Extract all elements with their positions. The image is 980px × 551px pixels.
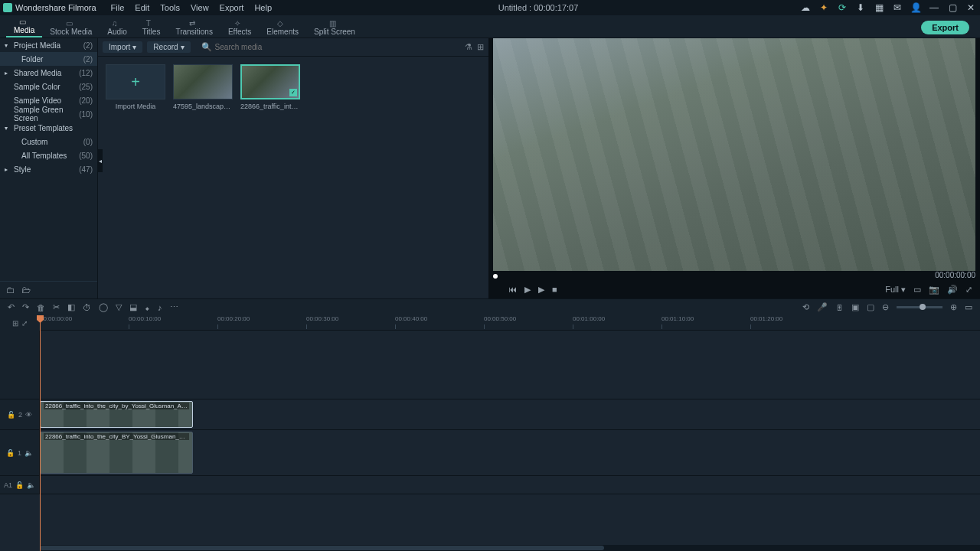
sparkle-icon[interactable]: ✦	[818, 2, 830, 14]
delete-icon[interactable]: 🗑	[37, 303, 45, 312]
playhead[interactable]	[40, 315, 41, 551]
collapse-sidebar-handle[interactable]: ◂	[98, 149, 103, 172]
track-mute-icon[interactable]: 🔈	[27, 481, 35, 489]
sidebar-item-shared-media[interactable]: ▸Shared Media(12)	[0, 66, 97, 80]
timeline-scrollbar[interactable]	[40, 545, 980, 551]
sidebar-item-custom[interactable]: Custom(0)	[0, 135, 97, 148]
sidebar-item-all-templates[interactable]: All Templates(50)	[0, 148, 97, 162]
cloud-icon[interactable]: ☁	[799, 2, 812, 14]
video-track-2[interactable]: 🔓 2 👁 22866_traffic_into_the_city_by_Yos…	[0, 399, 980, 430]
color-icon[interactable]: ◯	[99, 302, 108, 312]
preview-scrubber[interactable]: 00:00:00:00	[493, 272, 975, 280]
fullscreen-icon[interactable]: ⤢	[965, 285, 972, 295]
sidebar-item-sample-color[interactable]: Sample Color(25)	[0, 80, 97, 93]
folder-icon[interactable]: 🗁	[21, 285, 31, 295]
zoom-out-icon[interactable]: ⊖	[882, 302, 889, 312]
tab-label: Media	[14, 26, 34, 34]
grid-view-icon[interactable]: ⊞	[477, 42, 484, 52]
timeline-clip[interactable]: 22866_traffic_into_the_city_BY_Yossi_Glu…	[40, 432, 193, 474]
tab-elements[interactable]: ◇Elements	[259, 18, 306, 37]
menu-file[interactable]: File	[106, 2, 130, 14]
redo-icon[interactable]: ↷	[22, 302, 29, 312]
snap-icon[interactable]: ▢	[867, 302, 874, 312]
next-frame-icon[interactable]: ▶	[538, 285, 544, 295]
play-icon[interactable]: ▶	[524, 285, 531, 295]
import-media-tile[interactable]: + Import Media	[106, 64, 165, 110]
quality-dropdown[interactable]: Full ▾	[885, 285, 906, 295]
import-button[interactable]: Import▾	[103, 41, 142, 53]
greenscreen-icon[interactable]: ▽	[116, 302, 122, 312]
track-visible-icon[interactable]: 👁	[25, 411, 32, 419]
search-input[interactable]	[215, 43, 307, 51]
marker-add-icon[interactable]: ▣	[851, 302, 859, 312]
menu-view[interactable]: View	[185, 2, 214, 14]
sidebar-item-project-media[interactable]: ▾Project Media(2)	[0, 38, 97, 52]
render-icon[interactable]: ⟲	[802, 302, 809, 312]
video-track-1[interactable]: 🔓 1 🔈 22866_traffic_into_the_city_BY_Yos…	[0, 430, 980, 476]
media-label: Import Media	[106, 103, 165, 110]
keyframe-icon[interactable]: ⬥	[145, 303, 150, 312]
tab-transitions[interactable]: ⇄Transitions	[168, 18, 220, 37]
timeline-clip[interactable]: 22866_traffic_into_the_city_by_Yossi_Glu…	[40, 401, 193, 428]
voiceover-icon[interactable]: 🎤	[817, 302, 828, 312]
sidebar-item-preset-templates[interactable]: ▾Preset Templates	[0, 121, 97, 135]
zoom-slider[interactable]	[897, 306, 942, 308]
mixer-icon[interactable]: 🎚	[835, 303, 844, 312]
mail-icon[interactable]: ✉	[891, 2, 903, 14]
record-button[interactable]: Record▾	[147, 41, 190, 53]
track-mute-icon[interactable]: 🔈	[24, 449, 33, 457]
zoom-in-icon[interactable]: ⊕	[950, 302, 957, 312]
grid-icon[interactable]: ▦	[873, 2, 885, 14]
volume-icon[interactable]: 🔊	[947, 285, 958, 295]
media-clip[interactable]: ✓ 22866_traffic_into_th...	[240, 64, 300, 110]
detach-audio-icon[interactable]: ♪	[158, 303, 162, 312]
preview-viewport[interactable]	[493, 38, 975, 271]
track-lock-icon[interactable]: 🔓	[7, 411, 15, 419]
sidebar-item-sample-green-screen[interactable]: Sample Green Screen(10)	[0, 107, 97, 121]
filter-icon[interactable]: ⚗	[465, 42, 472, 52]
track-lock-icon[interactable]: 🔓	[15, 481, 24, 489]
snapshot-icon[interactable]: 📷	[929, 285, 939, 295]
scrollbar-thumb[interactable]	[40, 546, 604, 550]
menu-edit[interactable]: Edit	[129, 2, 155, 14]
tab-audio[interactable]: ♫Audio	[100, 18, 135, 37]
tab-media[interactable]: ▭Media	[6, 16, 42, 37]
crop-icon[interactable]: ◧	[67, 302, 75, 312]
sidebar-item-folder[interactable]: Folder(2)	[0, 52, 97, 66]
prev-frame-icon[interactable]: ⏮	[508, 285, 517, 295]
time-ruler[interactable]: 00:00:00:00 00:00:10:00 00:00:20:00 00:0…	[40, 315, 980, 331]
speed-icon[interactable]: ⏱	[83, 303, 91, 312]
tab-stock-media[interactable]: ▭Stock Media	[42, 18, 100, 37]
user-icon[interactable]: 👤	[910, 2, 922, 14]
tab-titles[interactable]: TTitles	[135, 18, 168, 37]
download-icon[interactable]: ⬇	[854, 2, 867, 14]
undo-icon[interactable]: ↶	[8, 302, 15, 312]
scrubber-handle[interactable]	[493, 274, 498, 279]
tab-effects[interactable]: ✧Effects	[220, 18, 259, 37]
menu-export[interactable]: Export	[214, 2, 250, 14]
more-icon[interactable]: ⋯	[170, 302, 178, 312]
fit-icon[interactable]: ▭	[965, 302, 972, 312]
close-icon[interactable]: ✕	[965, 2, 977, 14]
menu-help[interactable]: Help	[249, 2, 277, 14]
search-box[interactable]: 🔍	[201, 42, 460, 52]
zoom-knob[interactable]	[920, 304, 926, 310]
media-clip[interactable]: 47595_landscape_of_...	[173, 64, 233, 110]
maximize-icon[interactable]: ▢	[946, 2, 959, 14]
mark-icon[interactable]: ⬓	[129, 302, 137, 312]
refresh-icon[interactable]: ⟳	[836, 2, 848, 14]
new-folder-icon[interactable]: 🗀	[6, 285, 15, 295]
split-icon[interactable]: ✂	[53, 302, 60, 312]
track-lock-icon[interactable]: 🔓	[6, 449, 15, 457]
minimize-icon[interactable]: —	[928, 2, 940, 14]
export-button[interactable]: Export	[921, 21, 969, 34]
tab-split-screen[interactable]: ▥Split Screen	[306, 18, 363, 37]
audio-track-1[interactable]: A1 🔓 🔈	[0, 476, 980, 494]
stop-icon[interactable]: ■	[552, 285, 557, 295]
track-lock-all-icon[interactable]: ⤢	[21, 319, 28, 328]
sidebar-item-style[interactable]: ▸Style(47)	[0, 162, 97, 176]
category-tabbar: ▭Media ▭Stock Media ♫Audio TTitles ⇄Tran…	[0, 15, 980, 38]
display-icon[interactable]: ▭	[913, 285, 921, 295]
menu-tools[interactable]: Tools	[155, 2, 185, 14]
track-manage-icon[interactable]: ⊞	[12, 319, 18, 328]
